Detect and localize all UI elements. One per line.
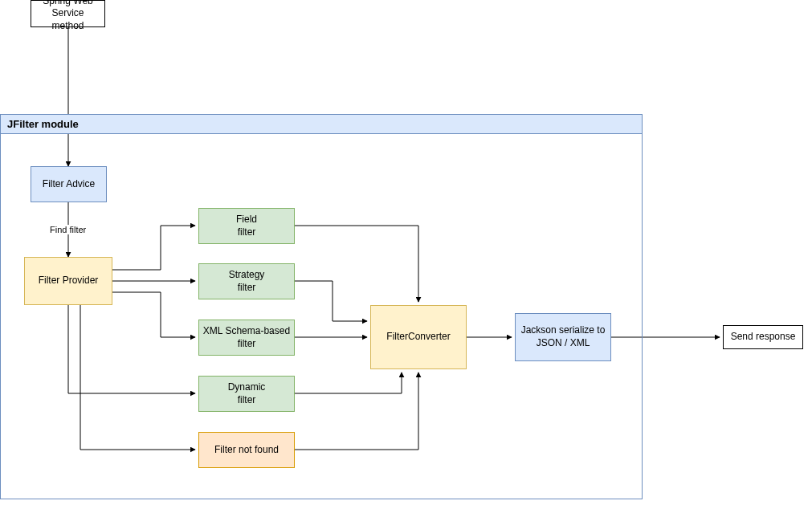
- node-label: FilterConverter: [386, 331, 450, 344]
- module-title-text: JFilter module: [7, 118, 79, 130]
- node-filter-not-found: Filter not found: [198, 432, 295, 468]
- node-spring-web-service: Spring Web Service method: [31, 0, 105, 27]
- node-label: XML Schema-basedfilter: [203, 325, 290, 350]
- node-label: Jackson serialize to JSON / XML: [519, 324, 607, 349]
- node-jackson-serialize: Jackson serialize to JSON / XML: [515, 313, 611, 361]
- node-label: Fieldfilter: [236, 214, 257, 238]
- node-label: Filter Advice: [43, 178, 95, 191]
- node-filter-converter: FilterConverter: [370, 305, 467, 369]
- node-strategy-filter: Strategyfilter: [198, 263, 295, 299]
- node-xml-filter: XML Schema-basedfilter: [198, 320, 295, 356]
- node-filter-advice: Filter Advice: [31, 166, 107, 202]
- edge-label-text: Find filter: [50, 225, 86, 234]
- node-label: Filter not found: [214, 444, 279, 457]
- node-label: Filter Provider: [39, 275, 99, 287]
- node-label: Spring Web Service method: [35, 0, 101, 32]
- node-label: Send response: [731, 331, 796, 344]
- node-dynamic-filter: Dynamicfilter: [198, 376, 295, 412]
- node-label: Dynamicfilter: [228, 381, 266, 406]
- node-label: Strategyfilter: [229, 269, 265, 294]
- edge-label-find-filter: Find filter: [48, 225, 88, 234]
- module-title: JFilter module: [1, 115, 642, 134]
- node-field-filter: Fieldfilter: [198, 208, 295, 244]
- node-filter-provider: Filter Provider: [24, 257, 112, 305]
- node-send-response: Send response: [723, 325, 803, 349]
